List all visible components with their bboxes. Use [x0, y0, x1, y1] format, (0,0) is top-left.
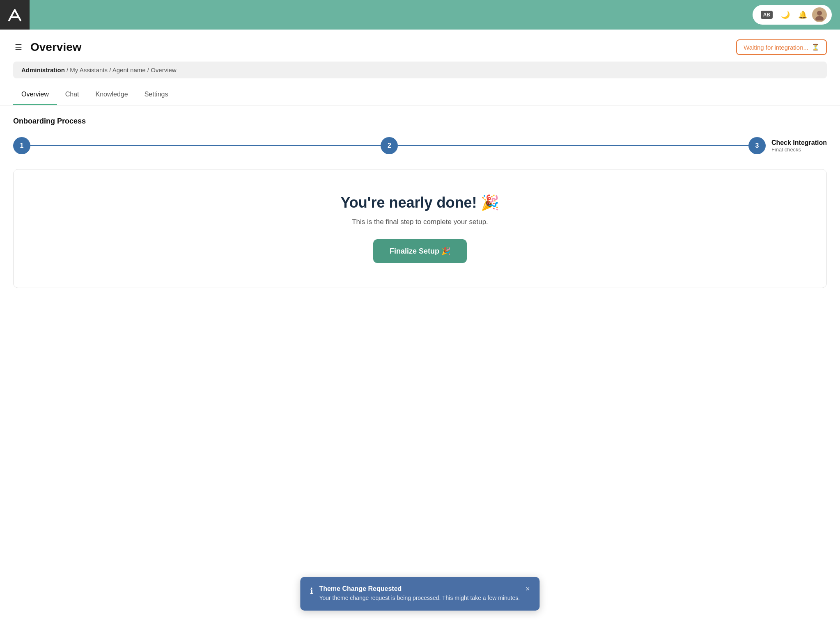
page-header: ☰ Overview Waiting for integration... ⏳ — [0, 30, 840, 62]
card-subtext: This is the final step to complete your … — [27, 218, 813, 226]
topbar: AB 🌙 🔔 — [0, 0, 840, 30]
waiting-integration-badge[interactable]: Waiting for integration... ⏳ — [736, 39, 827, 55]
breadcrumb-sep-3: / — [147, 66, 151, 73]
tab-settings[interactable]: Settings — [136, 85, 177, 105]
avatar-image — [814, 9, 825, 21]
toast-close-button[interactable]: × — [526, 585, 530, 593]
logo-area — [0, 0, 30, 30]
breadcrumb: Administration / My Assistants / Agent n… — [13, 62, 827, 78]
breadcrumb-admin[interactable]: Administration — [21, 66, 65, 73]
notification-button[interactable]: 🔔 — [795, 9, 810, 21]
app-logo — [7, 7, 23, 23]
ab-icon: AB — [761, 11, 773, 19]
breadcrumb-my-assistants[interactable]: My Assistants — [70, 66, 108, 73]
toast-body: Your theme change request is being proce… — [319, 594, 520, 602]
step-3-sublabel: Final checks — [771, 146, 827, 153]
tabs-row: Overview Chat Knowledge Settings — [0, 85, 840, 105]
tab-knowledge[interactable]: Knowledge — [87, 85, 136, 105]
toast-notification: ℹ Theme Change Requested Your theme chan… — [300, 577, 539, 611]
breadcrumb-overview[interactable]: Overview — [151, 66, 177, 73]
main-wrapper: ☰ Overview Waiting for integration... ⏳ … — [0, 30, 840, 627]
dark-mode-button[interactable]: 🌙 — [778, 9, 793, 21]
tab-overview[interactable]: Overview — [13, 85, 57, 105]
step-3-number: 3 — [755, 142, 759, 149]
card-heading: You're nearly done! 🎉 — [27, 194, 813, 211]
breadcrumb-agent-name[interactable]: Agent name — [112, 66, 146, 73]
ab-icon-button[interactable]: AB — [757, 9, 776, 21]
tab-chat[interactable]: Chat — [57, 85, 87, 105]
content-card: You're nearly done! 🎉 This is the final … — [13, 169, 827, 288]
svg-point-0 — [817, 11, 822, 16]
step-line-1 — [30, 145, 381, 146]
topbar-actions: AB 🌙 🔔 — [753, 5, 832, 25]
step-3-label: Check Integration — [771, 139, 827, 146]
step-2-circle: 2 — [381, 137, 398, 154]
waiting-badge-label: Waiting for integration... — [744, 44, 808, 51]
step-2-number: 2 — [388, 142, 391, 149]
steps-row: 1 2 3 Check Integration Final checks — [13, 137, 827, 154]
dark-mode-icon: 🌙 — [781, 10, 790, 19]
step-1-circle: 1 — [13, 137, 30, 154]
hamburger-button[interactable]: ☰ — [13, 41, 24, 54]
bell-icon: 🔔 — [798, 10, 807, 19]
toast-info-icon: ℹ — [310, 586, 313, 596]
toast-content: Theme Change Requested Your theme change… — [319, 585, 520, 602]
step-3-info: Check Integration Final checks — [771, 139, 827, 153]
hamburger-icon: ☰ — [15, 43, 22, 52]
avatar[interactable] — [812, 7, 827, 22]
onboarding-title: Onboarding Process — [13, 117, 827, 126]
page-header-left: ☰ Overview — [13, 41, 82, 54]
step-3-circle: 3 — [748, 137, 766, 154]
step-line-2 — [398, 145, 748, 146]
breadcrumb-sep-2: / — [109, 66, 112, 73]
step-1-number: 1 — [20, 142, 24, 149]
page-title: Overview — [30, 41, 82, 54]
hourglass-icon: ⏳ — [812, 43, 819, 51]
finalize-setup-button[interactable]: Finalize Setup 🎉 — [373, 239, 467, 263]
onboarding-section: Onboarding Process 1 2 3 Check Integrati… — [0, 117, 840, 288]
toast-title: Theme Change Requested — [319, 585, 520, 593]
svg-point-1 — [815, 16, 824, 21]
